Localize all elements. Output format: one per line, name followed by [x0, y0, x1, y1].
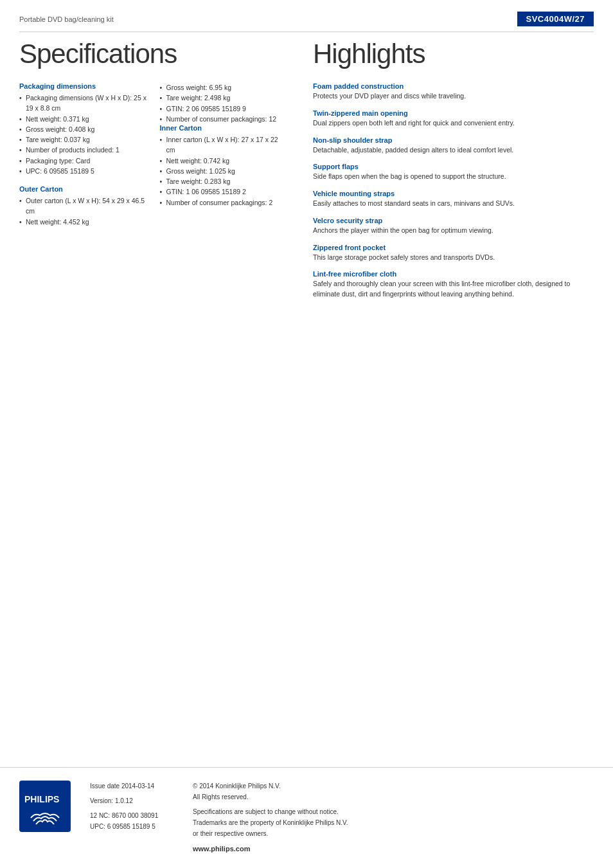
highlight-title: Zippered front pocket [313, 244, 594, 251]
website: www.philips.com [193, 843, 594, 855]
highlight-description: Easily attaches to most standard seats i… [313, 199, 594, 209]
list-item: Tare weight: 0.037 kg [19, 134, 147, 145]
list-item: GTIN: 2 06 09585 15189 9 [160, 104, 288, 114]
highlight-item: Support flapsSide flaps open when the ba… [313, 163, 594, 182]
model-badge: SVC4004W/27 [517, 12, 594, 26]
packaging-dimensions-header: Packaging dimensions [19, 82, 147, 90]
version: Version: 1.0.12 [90, 795, 193, 806]
list-item: Nett weight: 0.742 kg [160, 156, 288, 166]
copyright: © 2014 Koninklijke Philips N.V.All Right… [193, 781, 594, 802]
highlight-title: Velcro security strap [313, 217, 594, 224]
highlights-section: Highlights Foam padded constructionProte… [306, 32, 594, 307]
list-item: Number of products included: 1 [19, 145, 147, 155]
product-category: Portable DVD bag/cleaning kit [19, 15, 114, 23]
highlight-description: Protects your DVD player and discs while… [313, 91, 594, 102]
packaging-dimensions-list: Packaging dimensions (W x H x D): 25 x 1… [19, 93, 147, 176]
svg-text:PHILIPS: PHILIPS [24, 794, 59, 804]
highlight-item: Foam padded constructionProtects your DV… [313, 82, 594, 102]
list-item: UPC: 6 09585 15189 5 [19, 166, 147, 176]
list-item: Outer carton (L x W x H): 54 x 29 x 46.5… [19, 195, 147, 217]
highlight-description: Anchors the player within the open bag f… [313, 226, 594, 236]
list-item: Packaging type: Card [19, 156, 147, 166]
list-item: Number of consumer packagings: 12 [160, 114, 288, 124]
footer: PHILIPS Issue date 2014-03-14 Version: 1… [0, 767, 613, 868]
highlight-title: Twin-zippered main opening [313, 109, 594, 117]
highlights-title: Highlights [313, 39, 594, 69]
list-item: Nett weight: 0.371 kg [19, 114, 147, 124]
col2-top-list: Gross weight: 6.95 kgTare weight: 2.498 … [160, 82, 288, 124]
footer-left: Issue date 2014-03-14 Version: 1.0.12 12… [90, 781, 193, 855]
specifications-section: Specifications Packaging dimensionsPacka… [19, 32, 306, 307]
highlight-item: Vehicle mounting strapsEasily attaches t… [313, 190, 594, 209]
list-item: Gross weight: 0.408 kg [19, 124, 147, 134]
inner-carton-list: Inner carton (L x W x H): 27 x 17 x 22 c… [160, 134, 288, 208]
highlight-item: Twin-zippered main openingDual zippers o… [313, 109, 594, 129]
highlight-description: This large storage pocket safely stores … [313, 253, 594, 263]
list-item: Nett weight: 4.452 kg [19, 217, 147, 227]
highlight-title: Non-slip shoulder strap [313, 136, 594, 144]
highlight-title: Foam padded construction [313, 82, 594, 90]
issue-date: Issue date 2014-03-14 [90, 781, 193, 791]
highlight-item: Velcro security strapAnchors the player … [313, 217, 594, 236]
footer-info: Issue date 2014-03-14 Version: 1.0.12 12… [90, 781, 594, 855]
highlight-title: Support flaps [313, 163, 594, 170]
list-item: GTIN: 1 06 09585 15189 2 [160, 186, 288, 197]
highlights-list: Foam padded constructionProtects your DV… [313, 82, 594, 300]
footer-right: © 2014 Koninklijke Philips N.V.All Right… [193, 781, 594, 855]
outer-carton-header: Outer Carton [19, 185, 147, 193]
svg-rect-0 [19, 781, 71, 832]
list-item: Gross weight: 6.95 kg [160, 82, 288, 93]
highlight-item: Non-slip shoulder strapDetachable, adjus… [313, 136, 594, 156]
list-item: Inner carton (L x W x H): 27 x 17 x 22 c… [160, 134, 288, 156]
highlight-description: Detachable, adjustable, padded design al… [313, 145, 594, 156]
list-item: Packaging dimensions (W x H x D): 25 x 1… [19, 93, 147, 114]
list-item: Gross weight: 1.025 kg [160, 166, 288, 176]
list-item: Tare weight: 0.283 kg [160, 176, 288, 186]
specs-right-col: Gross weight: 6.95 kgTare weight: 2.498 … [160, 82, 288, 227]
highlight-description: Side flaps open when the bag is opened t… [313, 172, 594, 182]
highlight-title: Lint-free microfiber cloth [313, 270, 594, 278]
highlight-item: Lint-free microfiber clothSafely and tho… [313, 270, 594, 300]
disclaimer: Specifications are subject to change wit… [193, 806, 594, 839]
highlight-description: Safely and thoroughly clean your screen … [313, 279, 594, 300]
highlight-description: Dual zippers open both left and right fo… [313, 118, 594, 129]
list-item: Number of consumer packagings: 2 [160, 197, 288, 208]
specs-left-col: Packaging dimensionsPackaging dimensions… [19, 82, 147, 227]
outer-carton-list: Outer carton (L x W x H): 54 x 29 x 46.5… [19, 195, 147, 227]
nc-upc: 12 NC: 8670 000 38091UPC: 6 09585 15189 … [90, 810, 193, 832]
inner-carton-header: Inner Carton [160, 124, 288, 132]
page-title: Specifications [19, 39, 287, 69]
list-item: Tare weight: 2.498 kg [160, 93, 288, 103]
highlight-title: Vehicle mounting straps [313, 190, 594, 197]
philips-logo: PHILIPS [19, 781, 71, 832]
highlight-item: Zippered front pocketThis large storage … [313, 244, 594, 263]
